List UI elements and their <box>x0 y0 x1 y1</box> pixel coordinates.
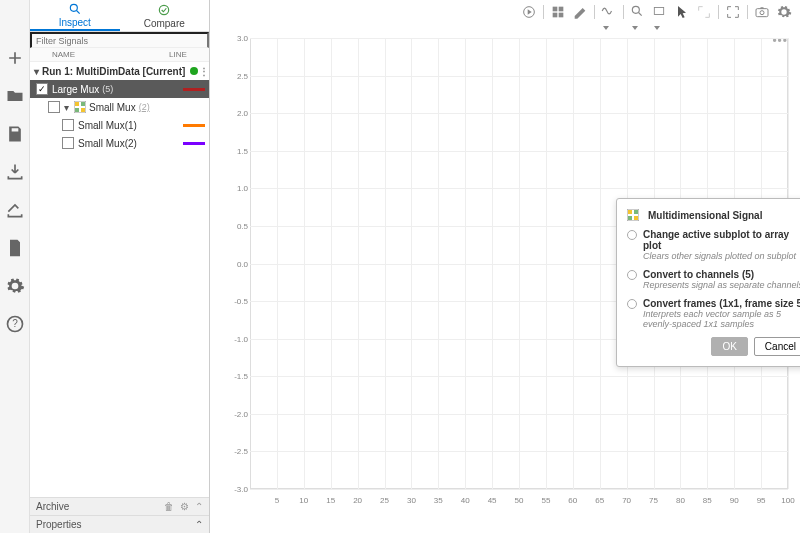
svg-rect-22 <box>628 216 632 220</box>
column-headers: NAME LINE <box>30 48 209 62</box>
trash-icon[interactable]: 🗑 <box>164 501 174 512</box>
y-tick: -0.5 <box>228 297 248 306</box>
svg-rect-13 <box>553 13 558 18</box>
x-tick: 50 <box>515 496 524 505</box>
signal-row[interactable]: Small Mux(2) <box>30 134 209 152</box>
chevron-up-icon: ⌃ <box>195 501 203 512</box>
x-tick: 65 <box>595 496 604 505</box>
cancel-button[interactable]: Cancel <box>754 337 800 356</box>
option-desc: Represents signal as separate channels <box>643 280 800 290</box>
run-icon[interactable] <box>521 4 537 20</box>
col-line: LINE <box>169 50 209 59</box>
import-icon[interactable] <box>5 162 25 182</box>
gear-icon[interactable] <box>5 276 25 296</box>
color-swatch <box>183 88 205 91</box>
ok-button[interactable]: OK <box>711 337 747 356</box>
signal-tree: ▾ Run 1: MultiDimData [Current] ⋮ ✓Large… <box>30 62 209 497</box>
x-tick: 20 <box>353 496 362 505</box>
help-icon[interactable]: ? <box>5 314 25 334</box>
x-tick: 90 <box>730 496 739 505</box>
checkbox[interactable] <box>62 119 74 131</box>
dialog-option[interactable]: Convert frames (1x1, frame size 5)Interp… <box>627 298 800 329</box>
svg-point-4 <box>190 67 198 75</box>
x-tick: 5 <box>275 496 279 505</box>
y-tick: -3.0 <box>228 485 248 494</box>
signal-row[interactable]: Small Mux(1) <box>30 116 209 134</box>
x-tick: 70 <box>622 496 631 505</box>
option-title: Convert to channels (5) <box>643 269 800 280</box>
signal-count: (5) <box>102 84 113 94</box>
run-label: Run 1: MultiDimData [Current] <box>42 66 189 77</box>
add-icon[interactable] <box>5 48 25 68</box>
filter-input[interactable] <box>30 32 209 48</box>
x-tick: 35 <box>434 496 443 505</box>
expand-icon[interactable] <box>696 4 712 20</box>
settings-icon[interactable] <box>776 4 792 20</box>
dialog-option[interactable]: Convert to channels (5)Represents signal… <box>627 269 800 290</box>
svg-rect-14 <box>559 13 564 18</box>
plot-toolbar <box>521 4 792 20</box>
panel-tabs: Inspect Compare <box>30 0 209 32</box>
signal-count[interactable]: (2) <box>139 102 150 112</box>
y-tick: 2.5 <box>228 71 248 80</box>
archive-label: Archive <box>36 501 69 512</box>
zoom-dropdown[interactable] <box>630 4 646 20</box>
tab-inspect[interactable]: Inspect <box>30 0 120 31</box>
kebab-icon[interactable]: ⋮ <box>199 66 205 77</box>
chevron-up-icon: ⌃ <box>195 519 203 530</box>
dialog-option[interactable]: Change active subplot to array plotClear… <box>627 229 800 261</box>
gear-small-icon[interactable]: ⚙ <box>180 501 189 512</box>
folder-icon[interactable] <box>5 86 25 106</box>
svg-rect-12 <box>559 7 564 12</box>
x-tick: 60 <box>568 496 577 505</box>
document-icon[interactable] <box>5 238 25 258</box>
multidim-dialog: Multidimensional Signal Change active su… <box>616 198 800 367</box>
color-swatch <box>183 124 205 127</box>
layout-grid-icon[interactable] <box>550 4 566 20</box>
y-tick: 1.5 <box>228 146 248 155</box>
svg-text:?: ? <box>12 318 18 329</box>
snapshot-icon[interactable] <box>754 4 770 20</box>
run-row[interactable]: ▾ Run 1: MultiDimData [Current] ⋮ <box>30 62 209 80</box>
x-tick: 95 <box>757 496 766 505</box>
tab-inspect-label: Inspect <box>59 17 91 28</box>
signal-row[interactable]: ▾Small Mux (2) <box>30 98 209 116</box>
multidim-icon <box>627 209 639 221</box>
radio-button[interactable] <box>627 270 637 280</box>
radio-button[interactable] <box>627 230 637 240</box>
checkbox[interactable] <box>48 101 60 113</box>
checkbox[interactable] <box>62 137 74 149</box>
svg-rect-21 <box>634 210 638 214</box>
signal-panel: Inspect Compare NAME LINE ▾ Run 1: Multi… <box>30 0 210 533</box>
svg-rect-20 <box>628 210 632 214</box>
signal-name: Small Mux(1) <box>78 120 137 131</box>
properties-label: Properties <box>36 519 82 530</box>
properties-section[interactable]: Properties ⌃ <box>30 515 209 533</box>
left-toolbar: ? <box>0 0 30 533</box>
x-tick: 75 <box>649 496 658 505</box>
y-tick: 0.0 <box>228 259 248 268</box>
x-tick: 80 <box>676 496 685 505</box>
fit-icon[interactable] <box>725 4 741 20</box>
x-tick: 55 <box>541 496 550 505</box>
view-dropdown[interactable] <box>652 4 668 20</box>
save-icon[interactable] <box>5 124 25 144</box>
y-tick: -2.5 <box>228 447 248 456</box>
y-tick: 0.5 <box>228 221 248 230</box>
clear-icon[interactable] <box>572 4 588 20</box>
archive-section[interactable]: Archive 🗑 ⚙ ⌃ <box>30 497 209 515</box>
checkbox[interactable]: ✓ <box>36 83 48 95</box>
export-icon[interactable] <box>5 200 25 220</box>
signal-type-dropdown[interactable] <box>601 4 617 20</box>
y-tick: -2.0 <box>228 409 248 418</box>
multidim-icon <box>74 101 86 113</box>
radio-button[interactable] <box>627 299 637 309</box>
tab-compare[interactable]: Compare <box>120 0 210 31</box>
x-tick: 85 <box>703 496 712 505</box>
x-tick: 15 <box>326 496 335 505</box>
color-swatch <box>183 142 205 145</box>
signal-row[interactable]: ✓Large Mux (5) <box>30 80 209 98</box>
y-tick: -1.0 <box>228 334 248 343</box>
y-tick: -1.5 <box>228 372 248 381</box>
cursor-icon[interactable] <box>674 4 690 20</box>
